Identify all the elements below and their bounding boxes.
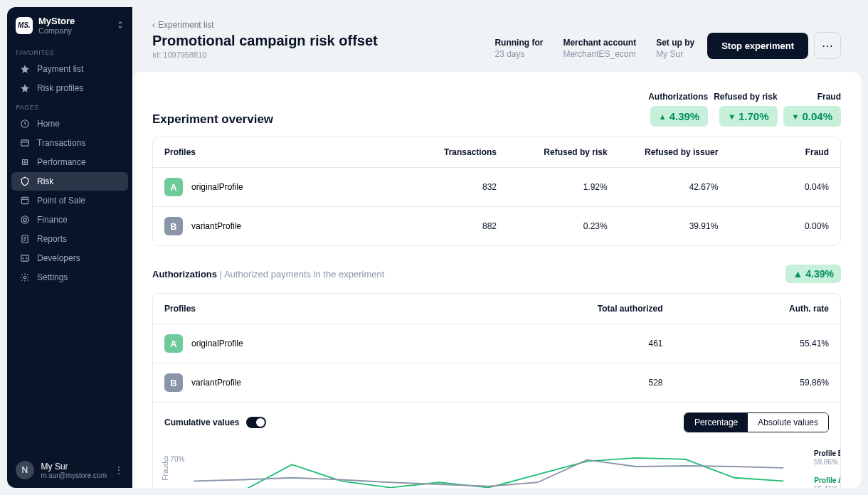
avatar[interactable]: N [16,461,34,479]
cell: 0.04% [718,182,829,192]
nav-label: Developers [37,253,80,263]
breadcrumb[interactable]: ‹ Experiment list [152,20,494,30]
cumulative-toggle[interactable] [246,417,266,428]
col-profiles: Profiles [164,147,386,157]
risk-icon [20,176,30,186]
stop-experiment-button[interactable]: Stop experiment [707,33,808,59]
nav-label: Payment list [37,64,83,74]
chevron-left-icon: ‹ [152,20,155,30]
table-row[interactable]: BvariantProfile8820.23%39.91%0.00% [153,207,840,245]
sidebar-item-transactions[interactable]: Transactions [11,134,128,152]
profile-badge: B [164,373,183,392]
stat-fraud: Fraud▼0.04% [783,92,841,127]
cell: 55.41% [663,339,830,348]
sidebar-item-point-of-sale[interactable]: Point of Sale [11,191,128,210]
sidebar-item-home[interactable]: Home [11,115,128,133]
star-icon [20,83,30,93]
absolute-button[interactable]: Absolute values [748,413,828,432]
selector-icon [117,20,124,31]
profiles-table: Profiles Transactions Refused by risk Re… [152,137,841,246]
nav-label: Settings [37,272,68,282]
reports-icon [20,234,30,244]
chart-tick: 0.70% [164,455,184,463]
cell: 1.92% [497,182,608,192]
svg-rect-1 [21,140,29,146]
cell: 0.00% [718,221,829,231]
finance-icon [20,215,30,225]
stat-authorizations: Authorizations▲4.39% [648,92,708,127]
nav-label: Transactions [37,138,85,148]
col-total-authorized: Total authorized [497,304,663,314]
table-row[interactable]: AoriginalProfile46155.41% [153,324,840,363]
brand-subtitle: Company [38,26,111,35]
profile-name: variantProfile [191,221,241,231]
profile-badge: A [164,178,183,196]
cell: 832 [386,182,497,192]
store-selector[interactable]: MS. MyStore Company [7,7,132,43]
chart-y-label: Fraud [162,462,169,480]
cell: 59.86% [663,378,830,388]
user-email: m.sur@mystore.com [41,472,107,479]
pages-header: PAGES [7,98,132,114]
dots-horizontal-icon: ⋯ [822,39,833,53]
col-refused-risk: Refused by risk [497,147,608,157]
stat-refused-by-risk: Refused by risk▼1.70% [714,92,777,127]
user-menu-icon[interactable]: ⋮ [114,464,124,476]
sidebar-item-reports[interactable]: Reports [11,230,128,248]
profile-name: originalProfile [191,182,243,192]
breadcrumb-label: Experiment list [158,20,214,30]
arrow-down-icon: ▼ [728,112,736,121]
transactions-icon [20,138,30,148]
cell: 39.91% [608,221,719,231]
favorites-header: FAVORITES [7,43,132,59]
sidebar-item-performance[interactable]: Performance [11,153,128,171]
col-profiles: Profiles [164,304,497,314]
table-row[interactable]: AoriginalProfile8321.92%42.67%0.04% [153,168,840,207]
cell: 42.67% [608,182,719,192]
brand-title: MyStore [38,16,111,26]
col-fraud: Fraud [718,147,829,157]
nav-label: Finance [37,215,68,225]
col-transactions: Transactions [386,147,497,157]
nav-label: Home [37,119,60,129]
arrow-up-icon: ▲ [793,268,803,280]
cell: 461 [497,339,663,348]
nav-label: Performance [37,157,86,167]
overview-title: Experiment overview [152,112,648,127]
arrow-down-icon: ▼ [792,112,800,121]
table-row[interactable]: BvariantProfile52859.86% [153,363,840,402]
col-auth-rate: Auth. rate [663,304,830,314]
profile-badge: B [164,217,183,235]
profile-name: variantProfile [191,378,241,388]
nav-label: Risk profiles [37,83,83,93]
series-b-label: Profile B 59.86% [814,449,841,467]
settings-icon [20,272,30,282]
arrow-up-icon: ▲ [659,112,667,121]
profile-badge: A [164,334,183,353]
logo: MS. [16,17,33,34]
meta-merchant-account: Merchant accountMerchantES_ecom [563,38,636,59]
value-mode-segment: Percentage Absolute values [684,412,829,432]
cell: 528 [497,378,663,388]
page-id: Id: 1097958810 [152,50,494,59]
sidebar-item-developers[interactable]: Developers [11,249,128,267]
sidebar-item-finance[interactable]: Finance [11,211,128,229]
authorizations-table: Profiles Total authorized Auth. rate Aor… [152,293,841,488]
meta-running-for: Running for23 days [494,38,543,59]
sidebar-item-risk[interactable]: Risk [11,172,128,191]
profile-name: originalProfile [191,339,243,348]
svg-point-3 [21,216,29,224]
authorizations-chart: Fraud 0.70% 0.35% Profile B 59.86% Profi… [153,442,840,488]
cell: 0.23% [497,221,608,231]
sidebar-fav-risk-profiles[interactable]: Risk profiles [11,79,128,97]
authorizations-title: Authorizations | Authorized payments in … [152,269,785,280]
cumulative-toggle-label: Cumulative values [164,417,239,427]
percentage-button[interactable]: Percentage [684,413,748,432]
svg-rect-2 [21,197,28,203]
sidebar-item-settings[interactable]: Settings [11,268,128,287]
user-name: My Sur [41,462,107,472]
nav-label: Point of Sale [37,196,85,206]
series-a-label: Profile A 55.41% [814,477,841,488]
sidebar-fav-payment-list[interactable]: Payment list [11,60,128,78]
more-actions-button[interactable]: ⋯ [814,32,841,59]
